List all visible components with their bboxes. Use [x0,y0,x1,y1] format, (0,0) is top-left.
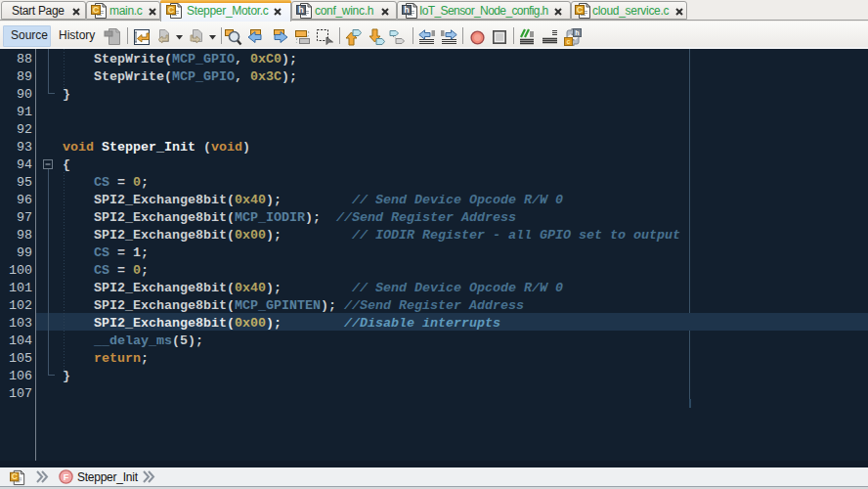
svg-text:F: F [64,472,69,482]
svg-text:C: C [577,5,584,15]
svg-text:h: h [404,5,410,15]
svg-text:C: C [93,5,100,15]
svg-text:h: h [298,5,304,15]
svg-text:h: h [575,29,579,36]
svg-text:C: C [12,471,18,481]
svg-text:c: c [567,38,571,45]
svg-text:C: C [168,5,175,15]
